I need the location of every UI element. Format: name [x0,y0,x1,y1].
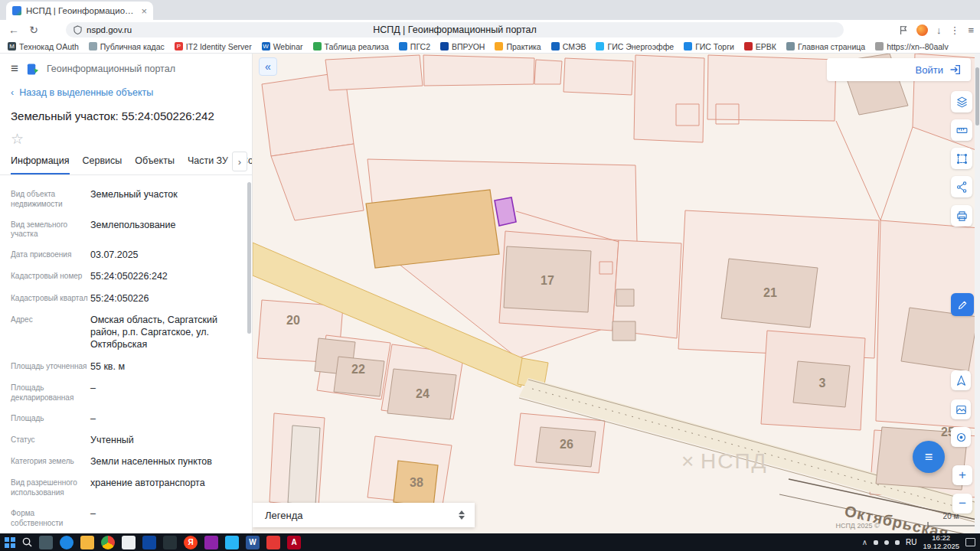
map-canvas[interactable]: 17 20 21 22 24 26 3 38 25 Октябрьская × … [253,54,980,533]
bookmark-item[interactable]: СМЭВ [551,42,586,51]
draw-tool-button-active[interactable] [951,293,974,316]
bookmark-item[interactable]: ПГС2 [399,42,430,51]
menu-hamburger-icon[interactable]: ≡ [11,61,18,77]
basemap-tool-button[interactable] [951,399,971,419]
field-value: 55:24:050226:242 [90,270,241,282]
clock-time: 16:22 [923,534,959,543]
bookmark-label: Практика [506,42,541,51]
profile-avatar[interactable] [916,24,928,36]
taskbar-app[interactable] [142,536,156,549]
taskbar-app-word[interactable]: W [246,536,260,549]
bookmark-item[interactable]: Таблица реализа [313,42,389,51]
tab-parcel-parts[interactable]: Части ЗУ [188,155,228,174]
measure-tool-button[interactable] [951,119,972,141]
taskbar-app[interactable] [60,536,74,549]
bookmark-item[interactable]: ЕРВК [744,42,776,51]
bookmark-item[interactable]: РIT2 Identity Server [175,42,252,51]
taskbar-app[interactable] [266,536,280,549]
select-area-tool-button[interactable] [951,148,972,169]
identify-tool-button[interactable] [951,427,971,447]
bookmark-item[interactable]: WWebinar [262,42,303,51]
tab-information[interactable]: Информация [11,155,70,174]
address-bar[interactable]: nspd.gov.ru [66,22,844,37]
back-icon[interactable]: ← [8,24,20,36]
page-scrollbar-thumb[interactable] [975,67,979,126]
tab-objects[interactable]: Объекты [135,155,175,174]
tab-close-icon[interactable]: × [141,6,147,16]
tray-chevron-up-icon[interactable]: ∧ [862,538,867,546]
language-indicator[interactable]: RU [906,538,916,546]
zoom-out-button[interactable]: − [952,494,972,514]
print-tool-button[interactable] [951,205,972,227]
field-value: хранение автотранспорта [90,477,241,489]
taskbar-app[interactable] [39,536,53,549]
taskbar-app[interactable] [163,536,177,549]
taskbar-app-browser[interactable] [101,536,115,549]
taskbar-app[interactable] [204,536,218,549]
bookmark-item[interactable]: ГИС Торги [684,42,734,51]
field-label: Площадь [11,412,88,424]
bookmark-flag-icon[interactable] [899,25,908,35]
taskbar-app-explorer[interactable] [80,536,94,549]
bookmark-favicon [89,42,97,51]
field-label: Статус [11,434,88,445]
notification-center-icon[interactable] [965,538,975,546]
bookmark-favicon [313,42,322,51]
search-icon[interactable] [22,537,32,547]
field-label: Вид объекта недвижимости [11,188,88,210]
legend-bar[interactable]: Легенда [253,503,475,527]
browser-tab[interactable]: НСПД | Геоинформационный портал × [6,2,153,20]
bookmark-item[interactable]: ГИС Энергоэффе [596,42,674,51]
field-label: Кадастровый номер [11,270,88,282]
logout-door-icon [949,64,962,76]
bookmark-item[interactable]: https://xn--80aalv [875,42,949,51]
taskbar-app[interactable] [225,536,239,549]
taskbar-app[interactable] [122,536,136,549]
field-row: Кадастровая15 058,45 руб. [11,533,241,533]
attributes-list: Вид объекта недвижимостиЗемельный участо… [0,175,252,533]
page-scrollbar[interactable] [975,54,980,533]
bookmark-item[interactable]: ВПРУОН [440,42,485,51]
bookmark-label: Технокад OAuth [19,42,79,51]
tabs-scroll-button[interactable]: › [232,152,247,171]
bookmark-item[interactable]: Главная страница [786,42,865,51]
sidebar-scrollbar[interactable] [247,182,251,334]
printer-icon [956,210,969,223]
bookmark-item[interactable]: Публичная кадас [89,42,165,51]
zoom-in-button[interactable]: + [952,465,972,485]
tray-icon[interactable] [874,540,878,545]
field-row: Форма собственности– [11,503,241,533]
field-value: 55:24:050226 [90,292,241,305]
share-tool-button[interactable] [951,176,972,197]
bookmark-item[interactable]: Практика [495,42,541,51]
taskbar-app-acrobat[interactable]: A [287,536,301,549]
field-label: Категория земель [11,455,88,467]
start-button[interactable] [5,537,15,548]
address-url: nspd.gov.ru [87,25,132,34]
login-button[interactable]: Войти [827,58,971,81]
menu-kebab-icon[interactable]: ⋮ [949,24,959,36]
ruler-icon [956,124,969,137]
layers-tool-button[interactable] [951,91,972,112]
tab-services[interactable]: Сервисы [83,155,122,174]
reload-icon[interactable]: ↻ [28,24,40,36]
downloads-icon[interactable]: ↓ [936,24,942,36]
chat-support-button[interactable]: ≡ [913,441,945,473]
field-label: Площадь уточненная [11,360,88,372]
field-row: Площадь декларированная– [11,377,241,408]
bookmark-label: ПГС2 [410,42,430,51]
taskbar-clock[interactable]: 16:22 19.12.2025 [923,534,959,550]
favorite-star-icon[interactable]: ☆ [0,124,252,149]
tray-icon[interactable] [895,540,900,545]
portal-logo-icon [26,63,39,76]
locate-tool-button[interactable] [951,370,971,390]
collapse-panel-button[interactable]: « [259,57,277,76]
panel-menu-icon[interactable]: ≡ [968,24,974,36]
tray-icon[interactable] [884,540,889,545]
bookmark-item[interactable]: МТехнокад OAuth [8,42,79,51]
selected-parcel[interactable] [495,197,516,226]
portal-title: Геоинформационный портал [47,64,175,74]
back-to-selected-link[interactable]: ‹ Назад в выделенные объекты [0,80,252,99]
taskbar-app-yandex[interactable]: Я [184,536,198,549]
field-value: Омская область, Саргатский район, р.п. С… [90,314,241,351]
